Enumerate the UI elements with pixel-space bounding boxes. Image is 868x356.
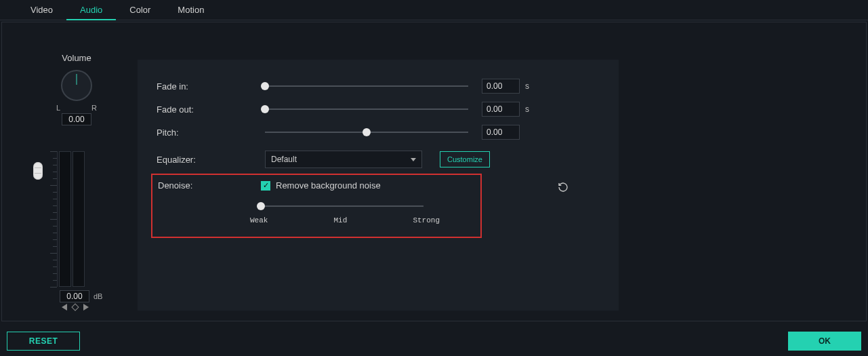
db-unit: dB [94, 292, 102, 300]
denoise-checkbox[interactable]: ✓ [261, 181, 270, 191]
audio-panel: Volume L R 0.00 0.00 dB Fade in: 0.00 [1, 22, 867, 321]
pitch-label: Pitch: [157, 127, 265, 138]
tab-motion[interactable]: Motion [164, 0, 218, 20]
fade-out-value[interactable]: 0.00 [482, 102, 520, 117]
equalizer-selected-value: Default [271, 151, 297, 167]
tab-video[interactable]: Video [17, 0, 66, 20]
meter-right [73, 151, 85, 287]
add-keyframe-icon[interactable] [71, 303, 79, 311]
volume-meters [36, 151, 110, 287]
fade-in-label: Fade in: [157, 81, 265, 92]
volume-section: Volume L R 0.00 [43, 53, 110, 125]
ok-button[interactable]: OK [788, 332, 861, 351]
denoise-strong-label: Strong [413, 216, 440, 224]
chevron-down-icon [411, 158, 416, 161]
denoise-strength-slider[interactable] [261, 205, 423, 207]
fade-in-slider[interactable] [265, 85, 468, 87]
next-keyframe-icon[interactable] [83, 304, 89, 311]
denoise-label: Denoise: [158, 180, 261, 191]
pitch-slider[interactable] [265, 132, 468, 133]
audio-settings-panel: Fade in: 0.00 s Fade out: 0.00 s Pitch: … [138, 60, 619, 311]
volume-title: Volume [62, 53, 91, 63]
fade-out-label: Fade out: [157, 104, 265, 115]
equalizer-label: Equalizer: [157, 155, 265, 165]
customize-button[interactable]: Customize [440, 151, 490, 167]
keyframe-controls [62, 304, 89, 311]
pan-value[interactable]: 0.00 [62, 113, 91, 125]
tab-color[interactable]: Color [116, 0, 164, 20]
denoise-weak-label: Weak [250, 216, 268, 224]
meter-scale [36, 151, 58, 287]
fade-out-slider[interactable] [265, 108, 468, 110]
pan-knob[interactable] [56, 67, 97, 108]
denoise-checkbox-label: Remove background noise [276, 180, 381, 191]
prev-keyframe-icon[interactable] [62, 304, 67, 311]
denoise-mid-label: Mid [333, 216, 347, 224]
reset-section-icon[interactable] [558, 182, 569, 193]
denoise-highlight: Denoise: ✓ Remove background noise Weak … [151, 174, 482, 238]
tab-audio[interactable]: Audio [66, 0, 116, 20]
fade-in-unit: s [525, 81, 529, 91]
meter-left [59, 151, 71, 287]
volume-fader[interactable] [33, 162, 43, 180]
equalizer-select[interactable]: Default [265, 151, 422, 168]
fade-out-unit: s [525, 104, 529, 114]
db-value[interactable]: 0.00 [60, 290, 89, 302]
tab-bar: Video Audio Color Motion [0, 0, 868, 20]
fade-in-value[interactable]: 0.00 [482, 79, 520, 94]
pitch-value[interactable]: 0.00 [482, 125, 520, 140]
reset-button[interactable]: RESET [7, 332, 80, 351]
